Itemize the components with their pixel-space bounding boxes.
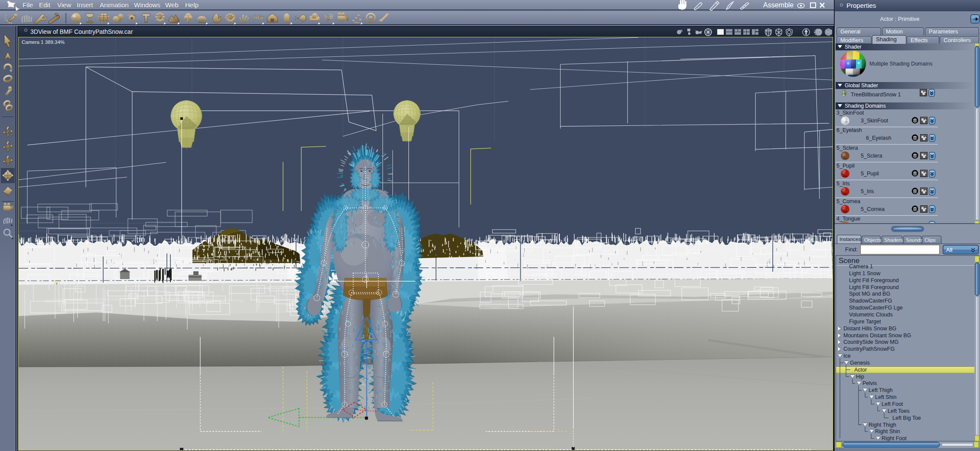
svg-text:All: All [946, 247, 953, 253]
svg-text:AGr: AGr [253, 14, 264, 21]
